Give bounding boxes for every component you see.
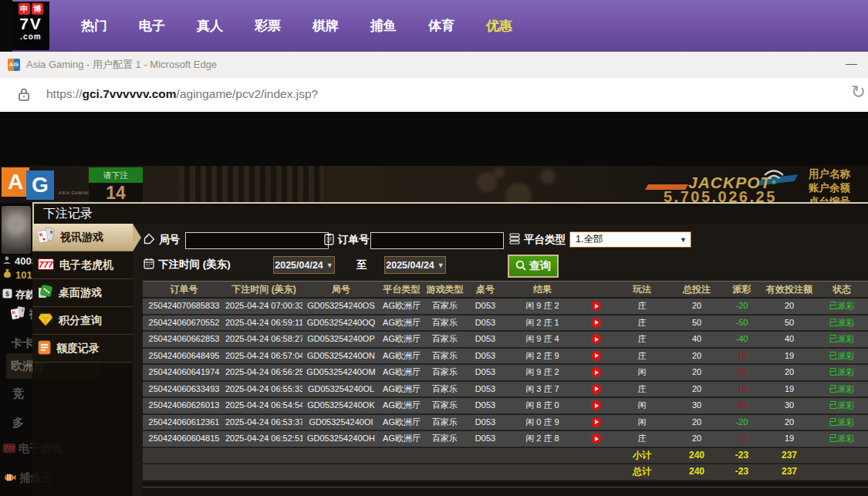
rail-item-竞[interactable]: 竞 [12,386,24,401]
status-cell: 已派彩 [816,398,868,413]
platform-cell: AG欧洲厅 [380,299,424,314]
bet-records-dialog: 下注记录 9K♥视讯游戏777电子老虎机桌面游戏积分查询额度记录 局号 订单号 … [32,202,868,496]
nav-item-彩票[interactable]: 彩票 [255,17,282,35]
subtotal-cell [380,448,424,464]
replay-cell [580,431,611,447]
payout-cell: -20 [721,299,763,314]
payout-cell: -40 [721,332,763,347]
platform-cell: AG欧洲厅 [380,365,424,380]
game-cell: 百家乐 [424,315,466,331]
game-cell: 百家乐 [424,398,466,413]
table-no-cell: D053 [466,332,505,347]
payout-cell: -20 [721,415,763,430]
game-cell: 百家乐 [424,332,466,347]
rail-item-101.[interactable]: 101. [2,268,35,281]
platform-cell: AG欧洲厅 [380,332,424,347]
table-no-cell: D053 [466,349,505,364]
round-cell: GD053254240OH [302,431,380,447]
play-video-button[interactable] [591,351,601,361]
order-number-label-group: 订单号 [324,231,370,248]
bet-records-table: 订单号下注时间 (美东)局号平台类型游戏类型桌号结果玩法总投注派彩有效投注额状态… [143,281,868,496]
subtotal-cell [143,448,225,464]
subtotal-cell [225,448,302,464]
sidebar-item-桌面游戏[interactable]: 桌面游戏 [32,279,133,307]
time-cell: 2025-04-24 06:52:51 [225,431,302,447]
wifi-icon [762,167,785,189]
nav-item-电子[interactable]: 电子 [139,17,167,35]
play-video-button[interactable] [591,417,601,427]
rail-item-label: 竞 [12,386,24,401]
subtotal-row: 小计240-23237 [143,448,868,465]
nav-item-捕鱼[interactable]: 捕鱼 [370,17,398,35]
round-number-input[interactable] [185,232,329,249]
bet-cell: 20 [673,365,721,380]
svg-text:777: 777 [39,259,53,268]
nav-item-真人[interactable]: 真人 [197,17,225,35]
platform-type-select[interactable]: 1.全部 [569,231,691,248]
play-video-button[interactable] [591,318,601,328]
url-field[interactable]: https://gci.7vvvvvv.com/agingame/pcv2/in… [46,78,318,110]
header-cell-局号: 局号 [302,282,380,297]
minimize-button[interactable]: — [846,52,857,75]
subtotal-label: 小计 [611,448,673,464]
svg-text:$: $ [5,290,9,298]
date-from-value: 2025/04/24 [275,260,323,271]
rail-item-卡卡[interactable]: 卡卡 [11,336,34,351]
play-video-button[interactable] [591,367,601,377]
refresh-icon[interactable]: ↻ [851,82,866,103]
header-cell-状态: 状态 [816,282,868,297]
user-icon [2,255,12,267]
play-video-button[interactable] [591,400,601,410]
play-video-button[interactable] [591,384,601,394]
nav-item-优惠[interactable]: 优惠 [486,17,514,35]
sidebar-item-额度记录[interactable]: 额度记录 [32,335,133,363]
doc-icon [38,340,51,357]
sidebar-item-积分查询[interactable]: 积分查询 [32,307,133,335]
play-video-button[interactable] [591,334,601,344]
order-cell: 250424070685833 [143,299,225,314]
total-row: 总计240-23237 [143,464,868,481]
play-video-button[interactable] [591,434,601,444]
payout-cell: 19 [721,431,763,447]
sidebar-item-视讯游戏[interactable]: 9K♥视讯游戏 [32,224,133,251]
replay-cell [580,415,611,430]
order-number-input[interactable] [370,232,504,249]
ag-logo-g: G [26,170,54,200]
rail-item-多[interactable]: 多 [12,416,24,430]
replay-cell [580,349,611,364]
platform-cell: AG欧洲厅 [380,431,424,447]
payout-cell: 30 [721,398,763,413]
play-video-button[interactable] [591,301,601,311]
site-logo[interactable]: 申 博 7V .com [12,2,49,50]
play-cell: 庄 [611,299,673,314]
order-number-label: 订单号 [338,233,370,247]
status-cell: 已派彩 [816,299,868,314]
nav-item-热门[interactable]: 热门 [81,17,109,35]
header-cell-游戏类型: 游戏类型 [424,282,466,297]
result-cell: 闲 9 庄 2 [505,365,580,380]
clipboard-icon [324,233,334,248]
nav-item-棋牌[interactable]: 棋牌 [312,17,340,35]
table-row: 2504240606484952025-04-24 06:57:04GD0532… [143,349,868,366]
table-no-cell: D053 [466,365,505,380]
ag-logo-caption: ASIA GAMING [59,191,91,195]
logo-badge-shen: 申 [19,3,30,15]
round-number-label-group: 局号 [144,231,180,248]
date-from-select[interactable]: 2025/04/24 [273,256,335,274]
round-cell: GD053254240OM [302,365,380,380]
nav-item-体育[interactable]: 体育 [428,17,456,35]
address-bar: https://gci.7vvvvvv.com/agingame/pcv2/in… [0,78,868,113]
lock-icon[interactable] [19,88,29,104]
rail-item-存款[interactable]: $存款 [2,288,35,302]
result-cell: 闲 2 庄 9 [505,349,580,364]
svg-text:777: 777 [4,444,15,452]
table-row: 2504240606705522025-04-24 06:59:11GD0532… [143,315,868,332]
sidebar-item-电子老虎机[interactable]: 777电子老虎机 [32,251,133,279]
logo-main-text: 7V [12,15,49,33]
time-cell: 2025-04-24 06:57:04 [225,349,302,364]
search-button[interactable]: 查询 [508,255,559,278]
round-cell: GD053254240OK [302,398,380,413]
date-to-select[interactable]: 2025/04/24 [384,256,446,274]
order-cell: 250424060612361 [143,415,225,430]
header-cell-下注时间 (美东): 下注时间 (美东) [225,282,302,297]
